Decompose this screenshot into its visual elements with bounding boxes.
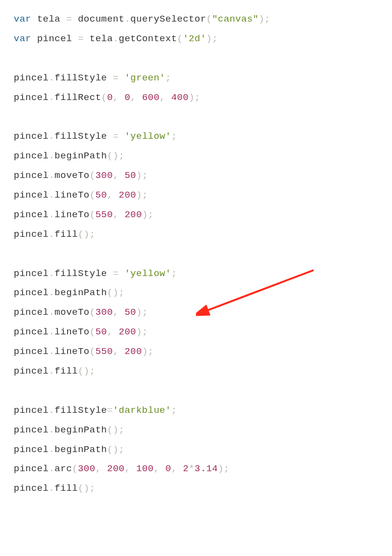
paren-open: ( xyxy=(90,190,96,201)
number: 200 xyxy=(124,209,142,220)
paren-open: ( xyxy=(78,366,84,377)
identifier: pincel xyxy=(14,405,49,416)
string: 'darkblue' xyxy=(113,405,171,416)
number: 50 xyxy=(124,170,136,181)
method: fill xyxy=(54,229,78,240)
paren-close: ) xyxy=(113,151,119,161)
paren-open: ( xyxy=(107,151,113,161)
dot: . xyxy=(49,287,54,298)
number: 400 xyxy=(171,92,189,103)
dot: . xyxy=(124,14,130,25)
method: getContext xyxy=(119,33,177,44)
paren-open: ( xyxy=(101,92,107,103)
dot: . xyxy=(49,151,54,161)
number: 200 xyxy=(119,327,136,337)
identifier: pincel xyxy=(14,92,49,103)
paren-close: ) xyxy=(259,14,265,25)
number: 100 xyxy=(136,463,154,474)
comma: , xyxy=(113,209,119,220)
method: fill xyxy=(54,483,78,494)
dot: . xyxy=(49,268,54,279)
dot: . xyxy=(49,327,54,337)
identifier: pincel xyxy=(14,73,49,83)
operator-eq: = xyxy=(107,268,124,279)
number: 3.14 xyxy=(195,463,218,474)
number: 0 xyxy=(166,463,172,474)
comma: , xyxy=(107,327,113,337)
semicolon: ; xyxy=(119,287,124,298)
operator-star: * xyxy=(189,463,195,474)
number: 200 xyxy=(124,346,142,357)
semicolon: ; xyxy=(90,483,96,494)
paren-open: ( xyxy=(90,346,96,357)
dot: . xyxy=(49,463,54,474)
comma: , xyxy=(113,346,119,357)
paren-close: ) xyxy=(142,346,148,357)
dot: . xyxy=(49,425,54,435)
semicolon: ; xyxy=(265,14,270,25)
method: fillRect xyxy=(54,92,101,103)
paren-close: ) xyxy=(136,190,142,201)
dot: . xyxy=(49,405,54,416)
paren-open: ( xyxy=(78,483,84,494)
paren-open: ( xyxy=(90,327,96,337)
identifier: pincel xyxy=(14,170,49,181)
string: "canvas" xyxy=(212,14,259,25)
code-block: var tela = document.querySelector("canva… xyxy=(14,10,378,499)
identifier: pincel xyxy=(14,209,49,220)
method: arc xyxy=(54,463,72,474)
semicolon: ; xyxy=(119,444,124,455)
identifier: pincel xyxy=(14,268,49,279)
semicolon: ; xyxy=(142,307,148,318)
number: 300 xyxy=(78,463,96,474)
paren-open: ( xyxy=(78,229,84,240)
identifier: pincel xyxy=(14,463,49,474)
comma: , xyxy=(154,463,160,474)
paren-close: ) xyxy=(218,463,224,474)
paren-close: ) xyxy=(113,444,119,455)
number: 2 xyxy=(183,463,189,474)
semicolon: ; xyxy=(90,229,96,240)
number: 300 xyxy=(96,307,113,318)
number: 0 xyxy=(124,92,130,103)
operator-eq: = xyxy=(107,73,124,83)
dot: . xyxy=(49,190,54,201)
paren-open: ( xyxy=(107,425,113,435)
identifier: pincel xyxy=(14,190,49,201)
semicolon: ; xyxy=(148,209,154,220)
method: moveTo xyxy=(54,170,89,181)
method: lineTo xyxy=(54,346,89,357)
comma: , xyxy=(107,190,113,201)
comma: , xyxy=(113,307,119,318)
method: fill xyxy=(54,366,78,377)
dot: . xyxy=(49,170,54,181)
semicolon: ; xyxy=(224,463,230,474)
dot: . xyxy=(49,73,54,83)
paren-close: ) xyxy=(84,366,90,377)
paren-close: ) xyxy=(206,33,212,44)
dot: . xyxy=(49,366,54,377)
semicolon: ; xyxy=(119,151,124,161)
number: 0 xyxy=(107,92,113,103)
number: 50 xyxy=(96,327,107,337)
string: '2d' xyxy=(183,33,206,44)
semicolon: ; xyxy=(142,327,148,337)
identifier: pincel xyxy=(14,287,49,298)
dot: . xyxy=(49,92,54,103)
semicolon: ; xyxy=(142,170,148,181)
method: lineTo xyxy=(54,327,89,337)
keyword-var: var xyxy=(14,14,31,25)
paren-open: ( xyxy=(90,307,96,318)
paren-open: ( xyxy=(107,287,113,298)
identifier: document xyxy=(78,14,124,25)
semicolon: ; xyxy=(148,346,154,357)
semicolon: ; xyxy=(90,366,96,377)
identifier: pincel xyxy=(14,131,49,142)
comma: , xyxy=(113,92,119,103)
identifier: pincel xyxy=(14,307,49,318)
dot: . xyxy=(49,229,54,240)
paren-close: ) xyxy=(189,92,195,103)
comma: , xyxy=(171,463,177,474)
paren-close: ) xyxy=(113,425,119,435)
paren-close: ) xyxy=(84,229,90,240)
